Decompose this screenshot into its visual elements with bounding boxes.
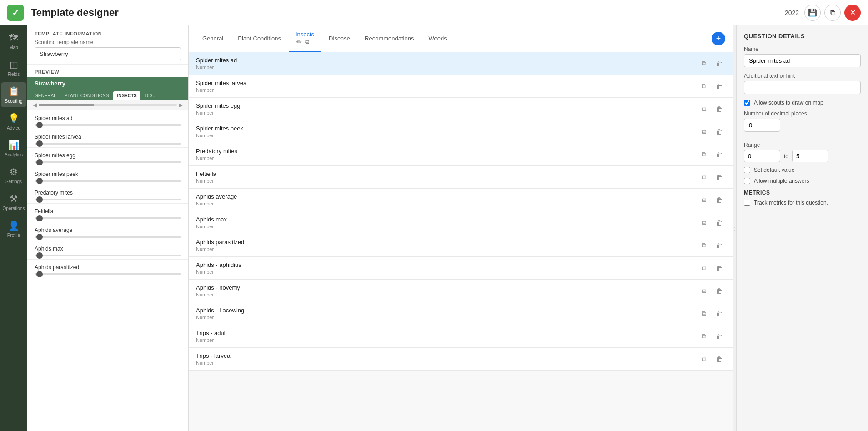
header-save-btn[interactable]: 💾 — [804, 5, 821, 21]
copy-question-btn[interactable]: ⧉ — [698, 240, 710, 251]
question-type: Number — [196, 155, 698, 161]
delete-question-btn[interactable]: 🗑 — [713, 285, 725, 297]
preview-item: Spider mites larvea — [27, 129, 188, 148]
table-row[interactable]: Aphids parasitized Number ⧉ 🗑 — [189, 234, 733, 257]
add-question-btn[interactable]: + — [712, 32, 725, 45]
question-type: Number — [196, 224, 698, 229]
drag-handle[interactable]: ⋮⋮ — [733, 25, 736, 431]
table-row[interactable]: Aphids - aphidius Number ⧉ 🗑 — [189, 257, 733, 280]
delete-question-btn[interactable]: 🗑 — [713, 240, 725, 251]
table-row[interactable]: Trips - adult Number ⧉ 🗑 — [189, 325, 733, 348]
range-to-input[interactable] — [792, 150, 828, 162]
copy-question-btn[interactable]: ⧉ — [698, 353, 710, 365]
preview-scroll-track — [39, 104, 177, 106]
sidebar-item-map[interactable]: 🗺 Map — [1, 29, 26, 54]
table-row[interactable]: Spider mites egg Number ⧉ 🗑 — [189, 98, 733, 120]
delete-question-btn[interactable]: 🗑 — [713, 308, 725, 320]
preview-tab-general[interactable]: GENERAL — [31, 91, 60, 100]
table-row[interactable]: Trips - larvea Number ⧉ 🗑 — [189, 348, 733, 371]
copy-question-btn[interactable]: ⧉ — [698, 58, 710, 70]
tab-general[interactable]: General — [196, 30, 230, 48]
delete-question-btn[interactable]: 🗑 — [713, 194, 725, 206]
delete-question-btn[interactable]: 🗑 — [713, 149, 725, 160]
track-metrics-checkbox[interactable] — [744, 200, 750, 206]
template-name-input[interactable] — [35, 47, 181, 60]
copy-question-btn[interactable]: ⧉ — [698, 285, 710, 297]
table-row[interactable]: Predatory mites Number ⧉ 🗑 — [189, 143, 733, 166]
question-name: Aphids - aphidius — [196, 261, 698, 268]
allow-draw-checkbox[interactable] — [744, 100, 750, 106]
questions-list: Spider mites ad Number ⧉ 🗑 Spider mites … — [189, 52, 733, 431]
edit-icon[interactable]: ✏ — [296, 38, 302, 45]
track-metrics-row: Track metrics for this question. — [744, 200, 861, 206]
range-from-input[interactable] — [744, 150, 780, 162]
hint-input[interactable] — [744, 81, 861, 94]
delete-question-btn[interactable]: 🗑 — [713, 171, 725, 183]
set-default-checkbox[interactable] — [744, 167, 750, 173]
copy-question-btn[interactable]: ⧉ — [698, 331, 710, 342]
table-row[interactable]: Aphids - Lacewing Number ⧉ 🗑 — [189, 302, 733, 325]
question-info: Aphids average Number — [196, 193, 698, 206]
copy-question-btn[interactable]: ⧉ — [698, 194, 710, 206]
header-close-btn[interactable]: ✕ — [844, 5, 861, 21]
preview-item: Predatory mites — [27, 185, 188, 204]
name-input[interactable] — [744, 54, 861, 67]
delete-question-btn[interactable]: 🗑 — [713, 353, 725, 365]
table-row[interactable]: Spider mites larvea Number ⧉ 🗑 — [189, 75, 733, 98]
decimal-input[interactable] — [744, 119, 780, 132]
sidebar-item-advice[interactable]: 💡 Advice — [1, 109, 26, 134]
delete-question-btn[interactable]: 🗑 — [713, 126, 725, 138]
sidebar: 🗺 Map ◫ Fields 📋 Scouting 💡 Advice 📊 Ana… — [0, 25, 27, 431]
tab-recommendations[interactable]: Recommendations — [358, 30, 420, 48]
delete-question-btn[interactable]: 🗑 — [713, 217, 725, 229]
track-metrics-label: Track metrics for this question. — [754, 200, 828, 206]
sidebar-item-scouting[interactable]: 📋 Scouting — [1, 82, 26, 107]
copy-question-btn[interactable]: ⧉ — [698, 80, 710, 92]
copy-question-btn[interactable]: ⧉ — [698, 126, 710, 138]
scroll-right-arrow[interactable]: ▶ — [177, 102, 185, 108]
preview-slider-track — [35, 199, 181, 200]
sidebar-item-operations[interactable]: ⚒ Operations — [1, 190, 26, 215]
preview-tab-insects[interactable]: INSECTS — [113, 91, 140, 100]
question-name: Aphids max — [196, 216, 698, 223]
preview-tab-bar: GENERAL PLANT CONDITIONS INSECTS DIS... — [27, 89, 188, 100]
scroll-left-arrow[interactable]: ◀ — [31, 102, 39, 108]
sidebar-item-profile[interactable]: 👤 Profile — [1, 216, 26, 241]
template-info-title: TEMPLATE INFORMATION — [35, 31, 181, 36]
sidebar-item-analytics[interactable]: 📊 Analytics — [1, 136, 26, 161]
question-actions: ⧉ 🗑 — [698, 194, 725, 206]
sidebar-item-settings[interactable]: ⚙ Settings — [1, 163, 26, 188]
copy-question-btn[interactable]: ⧉ — [698, 308, 710, 320]
copy-question-btn[interactable]: ⧉ — [698, 103, 710, 115]
copy-question-btn[interactable]: ⧉ — [698, 262, 710, 274]
table-row[interactable]: Feltiella Number ⧉ 🗑 — [189, 166, 733, 189]
allow-draw-row: Allow scouts to draw on map — [744, 100, 861, 106]
sidebar-item-fields[interactable]: ◫ Fields — [1, 55, 26, 80]
tab-weeds[interactable]: Weeds — [422, 30, 453, 48]
table-row[interactable]: Aphids average Number ⧉ 🗑 — [189, 189, 733, 211]
copy-question-btn[interactable]: ⧉ — [698, 149, 710, 160]
copy-question-btn[interactable]: ⧉ — [698, 217, 710, 229]
question-info: Predatory mites Number — [196, 148, 698, 161]
delete-question-btn[interactable]: 🗑 — [713, 58, 725, 70]
delete-question-btn[interactable]: 🗑 — [713, 80, 725, 92]
question-actions: ⧉ 🗑 — [698, 285, 725, 297]
preview-tab-dis[interactable]: DIS... — [141, 91, 160, 100]
table-row[interactable]: Aphids max Number ⧉ 🗑 — [189, 211, 733, 234]
preview-item: Aphids max — [27, 241, 188, 260]
allow-multiple-checkbox[interactable] — [744, 178, 750, 184]
delete-question-btn[interactable]: 🗑 — [713, 103, 725, 115]
tab-plant-conditions[interactable]: Plant Conditions — [231, 30, 287, 48]
table-row[interactable]: Aphids - hoverfly Number ⧉ 🗑 — [189, 280, 733, 302]
header-copy-btn[interactable]: ⧉ — [824, 5, 841, 21]
delete-question-btn[interactable]: 🗑 — [713, 262, 725, 274]
copy-question-btn[interactable]: ⧉ — [698, 171, 710, 183]
preview-tab-plant[interactable]: PLANT CONDITIONS — [61, 91, 113, 100]
tab-disease[interactable]: Disease — [322, 30, 356, 48]
delete-question-btn[interactable]: 🗑 — [713, 331, 725, 342]
copy-tab-icon[interactable]: ⧉ — [305, 38, 309, 45]
question-actions: ⧉ 🗑 — [698, 103, 725, 115]
table-row[interactable]: Spider mites peek Number ⧉ 🗑 — [189, 120, 733, 143]
table-row[interactable]: Spider mites ad Number ⧉ 🗑 — [189, 52, 733, 75]
tab-insects[interactable]: Insects ✏ ⧉ — [289, 25, 321, 52]
